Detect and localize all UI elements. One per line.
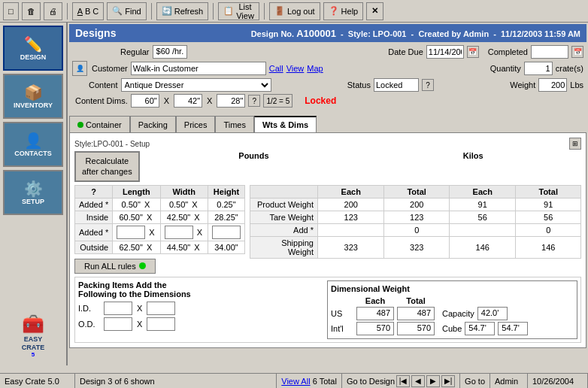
status-input[interactable] [374,78,419,92]
help-button[interactable]: ❓ Help [323,2,364,20]
prev-button[interactable]: ◀ [411,375,425,387]
product-weight-label: Product Weight [250,198,317,211]
add-k-total: 0 [516,223,581,236]
app-name: Easy Crate 5.0 [0,374,75,388]
weight-input[interactable] [538,78,567,92]
date-due-calendar[interactable]: 📅 [467,46,479,58]
sidebar-item-design[interactable]: ✏️ DESIGN [3,26,63,71]
tab-wts-dims[interactable]: Wts & Dims [254,116,317,132]
added2-h [208,223,244,241]
recalc-row: Recalculateafter changes Pounds Kilos [74,151,581,182]
cube-val: 54.7' [465,322,495,335]
table-row: Added * X X [75,223,245,241]
weight-col-label [250,185,317,198]
go-to-design-label: Go to Design [347,377,395,386]
separator [67,3,68,20]
intl-row: Int'l 570 570 Cube 54.7' 54.7' [331,322,574,335]
new-button[interactable]: □ [3,2,19,20]
sidebar-item-inventory[interactable]: 📦 INVENTORY [3,74,63,119]
dim-l-input[interactable] [131,94,159,108]
tab-container[interactable]: Container [69,116,130,132]
col-question: ? [75,185,113,198]
navigation: Go to Design |◀ ◀ ▶ ▶| [342,374,460,388]
header-bar: Designs Design No. A100001 - Style: LPO-… [69,24,586,42]
inside-h: 28.25" [208,211,244,223]
added2-h-input[interactable] [212,226,241,239]
customer-input[interactable] [131,62,266,75]
last-button[interactable]: ▶| [441,375,455,387]
run-rules-dot [139,262,146,269]
weights-table-section: Each Total Each Total Product Weight 200 [250,185,581,274]
call-link[interactable]: Call [269,64,283,73]
view-all-link[interactable]: View All [281,377,310,386]
added2-w-input[interactable] [165,226,193,239]
completed-input[interactable] [531,45,568,59]
od-row: O.D. X [78,317,321,331]
tab-prices[interactable]: Prices [176,116,216,132]
tw-p-each: 123 [317,211,383,223]
close-button[interactable]: ✕ [366,2,383,20]
dims-help[interactable]: ? [248,95,260,107]
print-button[interactable]: 🖨 [44,2,62,20]
main-panel: Designs Design No. A100001 - Style: LPO-… [68,23,588,373]
added2-l-input[interactable] [117,226,145,239]
added-l: 0.50" X [113,198,160,211]
recalculate-button[interactable]: Recalculateafter changes [74,151,140,182]
dim-weight-headers: Each Total [331,296,574,305]
status-label: Status [347,80,371,89]
tab-packing[interactable]: Packing [130,116,176,132]
total-header: Total [397,296,435,305]
weight-col-p-total: Total [384,185,450,198]
first-button[interactable]: |◀ [396,375,410,387]
us-total-val: 487 [397,307,435,320]
sw-k-total: 146 [516,236,581,258]
listview-button[interactable]: 📋 ListView [218,2,259,20]
shipping-weight-label: Shipping Weight [250,236,317,258]
sidebar-item-setup[interactable]: ⚙️ SETUP [3,170,63,215]
completed-calendar[interactable]: 📅 [571,46,583,58]
tab-times[interactable]: Times [215,116,254,132]
table-row: Added * 0.50" X 0.50" X 0.25" [75,198,245,211]
dim-h-input[interactable] [217,94,245,108]
expand-button[interactable]: ⊞ [569,138,581,150]
view-link[interactable]: View [286,64,305,73]
intl-label: Int'l [331,324,353,333]
us-label: US [331,309,353,318]
customer-icon[interactable]: 👤 [72,61,87,76]
sw-p-total: 323 [384,236,450,258]
id-input2[interactable] [147,302,175,315]
half-equals-btn[interactable]: 1/2 = 5 [263,94,292,108]
view-all: View All 6 Total [277,374,342,388]
quantity-label: Quantity [490,64,521,73]
form-row-1: Regular $60 /hr. Date Due 📅 Completed 📅 [72,45,583,59]
map-link[interactable]: Map [307,64,323,73]
delete-button[interactable]: 🗑 [22,2,41,20]
user-name: Admin [490,374,528,388]
sw-p-each: 323 [317,236,383,258]
capacity-label: Capacity [442,309,474,318]
status-help[interactable]: ? [422,79,434,91]
design-shown: Design 3 of 6 shown [75,374,277,388]
date-due-input[interactable] [426,45,464,59]
refresh-button[interactable]: 🔄 Refresh [156,2,209,20]
table-row: Product Weight 200 200 91 91 [250,198,580,211]
quantity-input[interactable] [524,62,553,75]
pw-k-total: 91 [516,198,581,211]
content-label: Content [89,80,118,89]
spell-button[interactable]: ABC [72,2,105,20]
run-rules-row: Run ALL rules [74,259,245,274]
dim-w-input[interactable] [174,94,202,108]
find-button[interactable]: 🔍 Find [107,2,146,20]
od-input2[interactable] [147,317,175,331]
each-header: Each [356,296,394,305]
logout-button[interactable]: 🚪 Log out [269,2,320,20]
sidebar-item-contacts[interactable]: 👤 CONTACTS [3,122,63,167]
od-input1[interactable] [104,317,132,331]
id-input1[interactable] [104,302,132,315]
content-select[interactable]: Antique Dresser [121,78,271,92]
next-button[interactable]: ▶ [426,375,440,387]
weight-unit: Lbs [570,80,583,89]
added2-w: X [160,223,208,241]
x-sep-2: X [205,96,214,105]
run-all-rules-button[interactable]: Run ALL rules [74,259,156,274]
